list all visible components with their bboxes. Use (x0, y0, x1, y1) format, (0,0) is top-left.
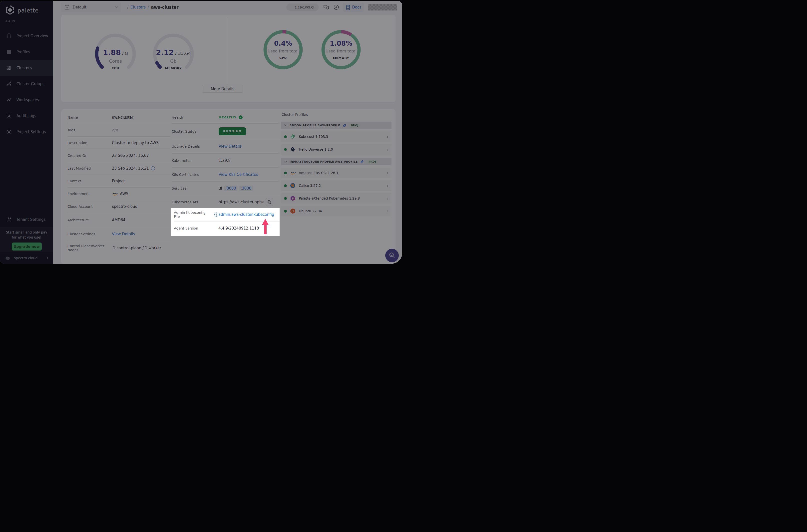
aws-logo: aws (112, 192, 118, 196)
memory-unit: Gb (150, 58, 197, 64)
cluster-profiles-panel: Cluster Profiles ADDON PROFILE AWS-PROFI… (281, 111, 392, 216)
app-version: 4.4.19 (0, 16, 53, 23)
sidebar-item-label: Audit Logs (17, 114, 36, 118)
detail-row-nodes: Control Plane/Worker Nodes 1 control-pla… (68, 241, 170, 255)
hello-universe-logo (290, 146, 296, 152)
project-icon (64, 4, 70, 10)
running-status-badge[interactable]: RUNNING (219, 127, 246, 135)
card-divider (227, 17, 227, 89)
cpu-donut-caption: Used from total (261, 49, 305, 54)
info-icon[interactable]: i (151, 166, 155, 170)
cpu-total: / 8 (122, 51, 128, 56)
status-dot (284, 172, 287, 174)
admin-kubeconfig-link[interactable]: admin.aws-cluster.kubeconfig (218, 212, 274, 217)
clusters-icon (6, 65, 12, 71)
sidebar-item-label: Cluster Groups (17, 82, 44, 86)
cpu-used-value: 1.88 (103, 48, 121, 57)
copy-api-url-button[interactable] (266, 198, 273, 206)
addon-profile-header[interactable]: ADDON PROFILE AWS-PROFILE PROJ (281, 122, 392, 129)
sidebar-item-label: Profiles (17, 50, 30, 54)
kubecost-logo (290, 134, 296, 140)
upgrade-view-details-link[interactable]: View Details (219, 144, 242, 149)
detail-row-context: Context Project (68, 175, 170, 188)
sidebar-item-audit-logs[interactable]: Audit Logs (0, 108, 53, 124)
project-selector[interactable]: Default (61, 2, 121, 12)
cpu-used-percent: 0.4% (261, 40, 305, 47)
sidebar-footer: spectro cloud ‹ (0, 252, 53, 264)
cpu-gauge: 1.88 / 8 Cores CPU (92, 33, 139, 76)
profile-item-amazon-ebs-csi[interactable]: aws Amazon EBS CSI 1.26.1 › (281, 168, 392, 178)
detail-row-description: Description Cluster to deploy to AWS. (68, 137, 170, 149)
sidebar-item-project-overview[interactable]: Project Overview (0, 28, 53, 44)
breadcrumb-clusters-link[interactable]: Clusters (130, 5, 146, 10)
view-k8s-certificates-link[interactable]: View K8s Certificates (219, 172, 258, 177)
compass-icon[interactable] (333, 4, 339, 10)
sidebar-item-label: Project Settings (17, 130, 46, 134)
profile-item-calico[interactable]: Calico 3.27.2 › (281, 180, 392, 191)
profile-item-hello-universe[interactable]: Hello Universe 1.2.0 › (281, 144, 392, 155)
status-dot (284, 184, 287, 187)
docs-label: Docs (352, 5, 361, 10)
service-name: ui (219, 186, 222, 191)
redacted-username (368, 4, 397, 11)
profile-item-ubuntu[interactable]: Ubuntu 22.04 › (281, 206, 392, 216)
sidebar-item-cluster-groups[interactable]: Cluster Groups (0, 76, 53, 92)
docs-button[interactable]: Docs (343, 3, 364, 12)
detail-row-created-on: Created On 23 Sep 2024, 16:07 (68, 149, 170, 162)
chat-icon[interactable] (323, 4, 329, 10)
sidebar-item-workspaces[interactable]: Workspaces (0, 92, 53, 108)
detail-row-health: Health HEALTHY✓ (172, 111, 279, 124)
detail-row-last-modified: Last Modified 23 Sep 2024, 16:21i (68, 162, 170, 175)
profile-item-kubecost[interactable]: Kubecost 1.103.3 › (281, 131, 392, 142)
spectro-cloud-logo (4, 255, 11, 261)
calico-logo (290, 183, 296, 189)
memory-used-value: 2.12 (156, 48, 174, 57)
infrastructure-profile-header[interactable]: INFRASTRUCTURE PROFILE AWS-PROFILE PROJ (281, 158, 392, 165)
footer-brand: spectro cloud (14, 256, 37, 260)
cluster-groups-icon (6, 81, 12, 87)
healthy-check-icon: ✓ (239, 115, 243, 119)
chevron-down-icon (284, 160, 287, 163)
search-fab-button[interactable] (385, 249, 399, 262)
upgrade-now-button[interactable]: Upgrade now (12, 243, 42, 250)
sidebar-item-label: Tenant Settings (17, 217, 45, 222)
svg-text:✱: ✱ (292, 196, 294, 200)
agent-version-value: 4.4.9/20240912.1118 (218, 226, 259, 230)
status-dot (284, 197, 287, 200)
sidebar-item-clusters[interactable]: Clusters (0, 60, 53, 76)
collapse-sidebar-icon[interactable]: ‹ (46, 255, 48, 261)
profile-item-palette-extended-kubernetes[interactable]: ✱ Palette eXtended Kubernetes 1.29.8 › (281, 193, 392, 204)
project-selector-value: Default (73, 5, 112, 10)
chevron-down-icon (284, 125, 287, 126)
detail-row-name: Name aws-cluster (68, 111, 170, 124)
status-dot (284, 135, 287, 138)
memory-gauge: 2.12 / 33.64 Gb MEMORY (150, 33, 197, 76)
breadcrumb: / Clusters / aws-cluster (127, 1, 179, 14)
service-port-3000-link[interactable]: :3000 (239, 186, 252, 191)
chevron-right-icon: › (387, 147, 389, 152)
project-overview-icon (6, 33, 12, 39)
cpu-usage-donut: 0.4% Used from total CPU (261, 28, 305, 72)
detail-row-cluster-status: Cluster Status RUNNING (172, 124, 279, 139)
cluster-settings-view-details-link[interactable]: View Details (112, 232, 135, 236)
brand: palette (0, 1, 53, 16)
topbar-right: 1.29/100kCh Docs (286, 1, 397, 14)
chevron-right-icon: › (387, 183, 389, 188)
detail-row-tags: Tags n/a (68, 124, 170, 137)
link-icon (342, 124, 346, 127)
cpu-donut-label: CPU (261, 56, 305, 60)
service-port-8080-link[interactable]: :8080 (224, 186, 237, 191)
tools-icon (6, 216, 12, 223)
sidebar-item-project-settings[interactable]: Project Settings (0, 124, 53, 140)
workspaces-icon (6, 97, 12, 103)
cpu-gauge-label: CPU (92, 66, 139, 70)
chevron-right-icon: › (387, 195, 389, 201)
more-details-button[interactable]: More Details (202, 85, 243, 93)
info-icon[interactable]: i (214, 212, 218, 216)
link-icon (360, 159, 364, 164)
memory-total: / 33.64 (175, 51, 191, 56)
upgrade-promo: Start small and only pay for what you us… (0, 227, 53, 252)
sidebar-item-profiles[interactable]: Profiles (0, 44, 53, 60)
chevron-right-icon: › (387, 134, 389, 139)
sidebar-item-tenant-settings[interactable]: Tenant Settings (0, 212, 53, 227)
